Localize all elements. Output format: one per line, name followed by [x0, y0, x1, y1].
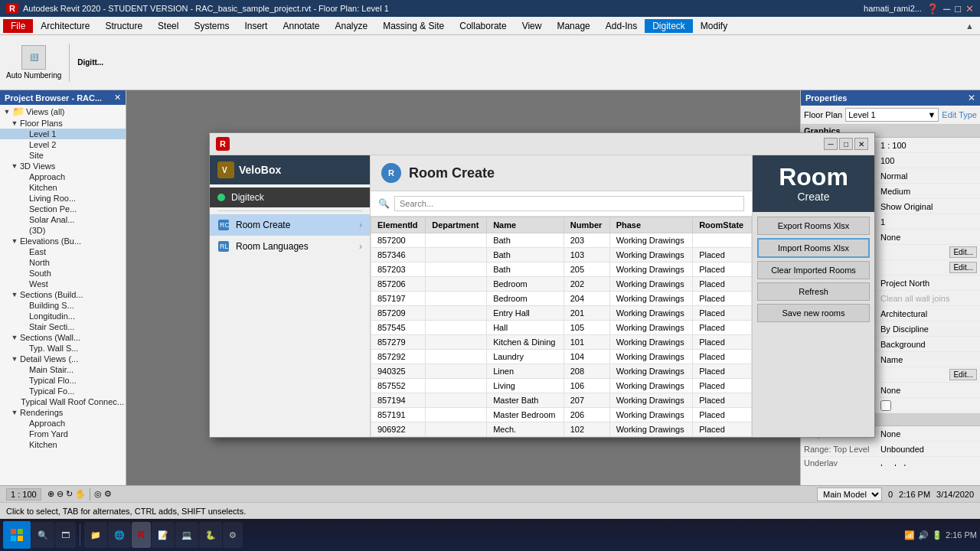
- steering-icon[interactable]: ◎: [94, 489, 102, 499]
- tree-floor-plans[interactable]: ▼ Floor Plans: [0, 118, 126, 129]
- tab-insert[interactable]: Insert: [237, 19, 275, 33]
- tree-east[interactable]: East: [0, 246, 126, 257]
- tree-longitudinal[interactable]: Longitudin...: [0, 311, 126, 321]
- tree-sections-wall[interactable]: ▼ Sections (Wall...: [0, 332, 126, 343]
- ribbon-autonumber[interactable]: 🔢 Auto Numbering: [6, 45, 61, 80]
- main-model-selector[interactable]: Main Model: [817, 487, 882, 501]
- taskbar-vscode[interactable]: 💻: [175, 522, 198, 548]
- col-name[interactable]: Name: [487, 217, 564, 233]
- col-roomstate[interactable]: RoomState: [693, 217, 752, 233]
- col-phase[interactable]: Phase: [609, 217, 693, 233]
- nav-room-create[interactable]: RC Room Create ›: [210, 214, 370, 236]
- prop-checkbox1-input[interactable]: [880, 400, 891, 411]
- save-new-rooms-btn[interactable]: Save new rooms: [757, 304, 870, 322]
- export-rooms-btn[interactable]: Export Rooms Xlsx: [757, 217, 870, 235]
- tab-massing[interactable]: Massing & Site: [375, 19, 452, 33]
- dynamo-icon[interactable]: ⚙: [104, 489, 112, 499]
- tree-typical-fo[interactable]: Typical Fo...: [0, 386, 126, 396]
- tree-approach[interactable]: Approach: [0, 171, 126, 182]
- table-row[interactable]: 857197 Bedroom 204 Working Drawings Plac…: [371, 292, 752, 306]
- ribbon-minimize-btn[interactable]: ▲: [965, 21, 974, 31]
- tree-building-s[interactable]: Building S...: [0, 300, 126, 311]
- clear-imported-btn[interactable]: Clear Imported Rooms: [757, 261, 870, 279]
- dialog-restore-btn[interactable]: □: [839, 138, 853, 150]
- edit-type-label[interactable]: Edit Type: [942, 110, 977, 119]
- dialog-close-btn[interactable]: ✕: [854, 138, 868, 150]
- tab-collaborate[interactable]: Collaborate: [452, 19, 514, 33]
- help-icon[interactable]: ❓: [926, 3, 939, 15]
- dialog-minimize-btn[interactable]: ─: [824, 138, 838, 150]
- table-row[interactable]: 857279 Kitchen & Dining 101 Working Draw…: [371, 335, 752, 350]
- tab-architecture[interactable]: Architecture: [33, 19, 97, 33]
- tree-render-kitchen[interactable]: Kitchen: [0, 439, 126, 450]
- project-browser-close[interactable]: ✕: [114, 93, 121, 103]
- col-department[interactable]: Department: [426, 217, 487, 233]
- autonumber-icon[interactable]: 🔢: [21, 45, 46, 70]
- taskbar-taskview[interactable]: 🗖: [55, 522, 76, 548]
- taskbar-notepad[interactable]: 📝: [152, 522, 175, 548]
- nav-room-languages[interactable]: RL Room Languages ›: [210, 236, 370, 257]
- tree-renderings[interactable]: ▼ Renderings: [0, 407, 126, 418]
- col-elementid[interactable]: ElementId: [371, 217, 426, 233]
- tree-elevations[interactable]: ▼ Elevations (Bu...: [0, 236, 126, 246]
- maximize-icon[interactable]: □: [955, 3, 961, 15]
- taskbar-search[interactable]: 🔍: [31, 522, 54, 548]
- props-view-dropdown[interactable]: Level 1 ▼: [845, 108, 939, 122]
- close-icon[interactable]: ✕: [965, 3, 974, 15]
- tab-addins[interactable]: Add-Ins: [598, 19, 645, 33]
- tab-file[interactable]: File: [3, 19, 33, 33]
- table-row[interactable]: 857194 Master Bath 207 Working Drawings …: [371, 393, 752, 408]
- table-row[interactable]: 857203 Bath 205 Working Drawings Placed: [371, 262, 752, 277]
- options-edit-btn[interactable]: Edit...: [949, 262, 977, 273]
- table-row[interactable]: 857191 Master Bedroom 206 Working Drawin…: [371, 408, 752, 422]
- table-row[interactable]: 906922 Mech. 102 Working Drawings Placed: [371, 422, 752, 437]
- graphics-override-edit-btn[interactable]: Edit...: [949, 246, 977, 258]
- tree-3d[interactable]: (3D): [0, 225, 126, 236]
- tab-steel[interactable]: Steel: [150, 19, 186, 33]
- minimize-icon[interactable]: ─: [943, 3, 950, 15]
- tree-site[interactable]: Site: [0, 150, 126, 161]
- tab-annotate[interactable]: Annotate: [275, 19, 327, 33]
- tree-3d-views[interactable]: ▼ 3D Views: [0, 161, 126, 171]
- table-row[interactable]: 857206 Bedroom 202 Working Drawings Plac…: [371, 277, 752, 292]
- tab-analyze[interactable]: Analyze: [328, 19, 376, 33]
- tree-sections-building[interactable]: ▼ Sections (Build...: [0, 289, 126, 300]
- tree-solar[interactable]: Solar Anal...: [0, 214, 126, 225]
- table-row[interactable]: 857292 Laundry 104 Working Drawings Plac…: [371, 350, 752, 364]
- tree-main-stair[interactable]: Main Stair...: [0, 364, 126, 375]
- tree-south[interactable]: South: [0, 268, 126, 279]
- rotate-icon[interactable]: ↻: [66, 489, 73, 499]
- nav-digiteck[interactable]: Digiteck: [210, 187, 370, 207]
- table-row[interactable]: 857346 Bath 103 Working Drawings Placed: [371, 248, 752, 262]
- tree-west[interactable]: West: [0, 279, 126, 289]
- tab-structure[interactable]: Structure: [97, 19, 150, 33]
- tree-typical-flo[interactable]: Typical Flo...: [0, 375, 126, 386]
- props-close-btn[interactable]: ✕: [968, 93, 975, 103]
- tree-render-approach[interactable]: Approach: [0, 418, 126, 429]
- tree-views-all[interactable]: ▼ 📁 Views (all): [0, 105, 126, 118]
- zoom-fit-icon[interactable]: ⊕: [47, 489, 54, 499]
- tree-typ-wall[interactable]: Typ. Wall S...: [0, 343, 126, 354]
- tree-typical-wall-roof[interactable]: Typical Wall Roof Connec...: [0, 396, 126, 407]
- tree-detail-views[interactable]: ▼ Detail Views (...: [0, 354, 126, 364]
- tree-kitchen[interactable]: Kitchen: [0, 182, 126, 193]
- pan-icon[interactable]: ✋: [75, 489, 86, 499]
- tab-manage[interactable]: Manage: [549, 19, 597, 33]
- tab-systems[interactable]: Systems: [186, 19, 237, 33]
- table-row[interactable]: 857545 Hall 105 Working Drawings Placed: [371, 321, 752, 335]
- themes-edit-btn[interactable]: Edit...: [949, 369, 977, 380]
- refresh-btn[interactable]: Refresh: [757, 282, 870, 301]
- taskbar-revit[interactable]: R: [132, 522, 151, 548]
- col-number[interactable]: Number: [564, 217, 609, 233]
- import-rooms-btn[interactable]: Import Rooms Xlsx: [757, 238, 870, 258]
- table-row[interactable]: 857200 Bath 203 Working Drawings: [371, 233, 752, 248]
- tray-battery[interactable]: 🔋: [932, 530, 942, 540]
- tree-level2[interactable]: Level 2: [0, 139, 126, 150]
- taskbar-python[interactable]: 🐍: [199, 522, 222, 548]
- tree-north[interactable]: North: [0, 257, 126, 268]
- tray-network[interactable]: 📶: [904, 530, 915, 540]
- search-input[interactable]: [394, 196, 744, 211]
- zoom-out-icon[interactable]: ⊖: [57, 489, 64, 499]
- tree-living-room[interactable]: Living Roo...: [0, 193, 126, 204]
- tree-stair-section[interactable]: Stair Secti...: [0, 321, 126, 332]
